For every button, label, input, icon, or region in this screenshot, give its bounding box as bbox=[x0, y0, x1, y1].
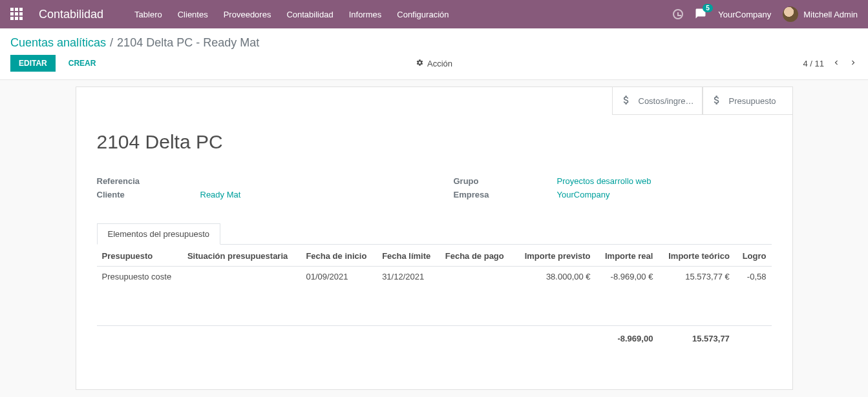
footer-real: -8.969,00 bbox=[596, 325, 659, 351]
fields-col-right: Grupo Proyectos desarrollo web Empresa Y… bbox=[454, 176, 772, 203]
stat-buttons: Costos/ingre… Presupuesto bbox=[612, 87, 793, 115]
content-scroll[interactable]: Costos/ingre… Presupuesto 2104 Delta PC … bbox=[0, 80, 868, 394]
field-label-company: Empresa bbox=[454, 190, 557, 199]
stat-label-budget: Presupuesto bbox=[729, 96, 785, 106]
stat-button-costs[interactable]: Costos/ingre… bbox=[612, 87, 703, 115]
table-spacer bbox=[97, 287, 772, 325]
action-dropdown-label: Acción bbox=[427, 59, 452, 68]
cell-theoretical: 15.573,77 € bbox=[658, 267, 734, 287]
stat-label-costs: Costos/ingre… bbox=[639, 96, 694, 106]
cell-paid bbox=[440, 267, 514, 287]
fields-row: Referencia Cliente Ready Mat Grupo Proye… bbox=[97, 176, 772, 203]
nav-items: Tablero Clientes Proveedores Contabilida… bbox=[134, 10, 449, 19]
cell-budget: Presupuesto coste bbox=[97, 267, 182, 287]
budget-table: Presupuesto Situación presupuestaria Fec… bbox=[97, 245, 772, 351]
cell-real: -8.969,00 € bbox=[596, 267, 659, 287]
actions-row: Editar Crear Acción 4 / 11 bbox=[0, 52, 868, 79]
cell-end: 31/12/2021 bbox=[377, 267, 440, 287]
user-menu[interactable]: Mitchell Admin bbox=[783, 6, 858, 22]
th-real[interactable]: Importe real bbox=[596, 245, 659, 267]
record-title: 2104 Delta PC bbox=[97, 131, 772, 153]
field-label-customer: Cliente bbox=[97, 190, 200, 199]
pager-prev[interactable] bbox=[832, 58, 841, 69]
footer-theoretical: 15.573,77 bbox=[658, 325, 734, 351]
th-theoretical[interactable]: Importe teórico bbox=[658, 245, 734, 267]
nav-item-configuracion[interactable]: Configuración bbox=[397, 10, 449, 19]
field-value-customer[interactable]: Ready Mat bbox=[200, 190, 241, 199]
dollar-icon bbox=[620, 94, 632, 108]
breadcrumb-current: 2104 Delta PC - Ready Mat bbox=[117, 36, 259, 50]
field-company: Empresa YourCompany bbox=[454, 190, 772, 199]
th-situation[interactable]: Situación presupuestaria bbox=[182, 245, 301, 267]
action-dropdown[interactable]: Acción bbox=[416, 59, 452, 68]
breadcrumb: Cuentas analíticas / 2104 Delta PC - Rea… bbox=[0, 28, 868, 52]
cell-situation bbox=[182, 267, 301, 287]
nav-right: 5 YourCompany Mitchell Admin bbox=[673, 6, 858, 22]
field-reference: Referencia bbox=[97, 176, 415, 186]
field-value-company[interactable]: YourCompany bbox=[557, 190, 610, 199]
control-bar: Cuentas analíticas / 2104 Delta PC - Rea… bbox=[0, 28, 868, 80]
breadcrumb-root[interactable]: Cuentas analíticas bbox=[10, 36, 106, 50]
th-paid[interactable]: Fecha de pago bbox=[440, 245, 514, 267]
gear-icon bbox=[416, 59, 423, 68]
pager-text[interactable]: 4 / 11 bbox=[803, 59, 824, 68]
user-name: Mitchell Admin bbox=[803, 10, 858, 19]
table-row[interactable]: Presupuesto coste 01/09/2021 31/12/2021 … bbox=[97, 267, 772, 287]
th-planned[interactable]: Importe previsto bbox=[514, 245, 595, 267]
nav-item-informes[interactable]: Informes bbox=[349, 10, 382, 19]
field-label-reference: Referencia bbox=[97, 176, 200, 186]
app-brand[interactable]: Contabilidad bbox=[39, 8, 103, 21]
th-end[interactable]: Fecha límite bbox=[377, 245, 440, 267]
navbar: Contabilidad Tablero Clientes Proveedore… bbox=[0, 0, 868, 28]
pager-next[interactable] bbox=[849, 58, 858, 69]
nav-item-clientes[interactable]: Clientes bbox=[178, 10, 208, 19]
breadcrumb-separator: / bbox=[110, 36, 113, 50]
table-header-row: Presupuesto Situación presupuestaria Fec… bbox=[97, 245, 772, 267]
table-footer-row: -8.969,00 15.573,77 bbox=[97, 325, 772, 351]
tab-budget-items[interactable]: Elementos del presupuesto bbox=[97, 223, 221, 245]
create-button[interactable]: Crear bbox=[61, 56, 104, 71]
pager: 4 / 11 bbox=[803, 58, 858, 69]
messaging-button[interactable]: 5 bbox=[695, 8, 706, 21]
nav-item-contabilidad[interactable]: Contabilidad bbox=[286, 10, 333, 19]
activity-icon[interactable] bbox=[673, 9, 683, 19]
field-customer: Cliente Ready Mat bbox=[97, 190, 415, 199]
stat-button-budget[interactable]: Presupuesto bbox=[703, 87, 793, 115]
dollar-icon bbox=[711, 94, 723, 108]
cell-achieve: -0,58 bbox=[735, 267, 772, 287]
apps-icon[interactable] bbox=[10, 8, 23, 21]
field-group: Grupo Proyectos desarrollo web bbox=[454, 176, 772, 186]
cell-start: 01/09/2021 bbox=[301, 267, 377, 287]
sheet-body: 2104 Delta PC Referencia Cliente Ready M… bbox=[76, 87, 792, 367]
th-achieve[interactable]: Logro bbox=[735, 245, 772, 267]
field-label-group: Grupo bbox=[454, 176, 557, 186]
fields-col-left: Referencia Cliente Ready Mat bbox=[97, 176, 415, 203]
th-start[interactable]: Fecha de inicio bbox=[301, 245, 377, 267]
tabs: Elementos del presupuesto bbox=[97, 223, 772, 245]
avatar bbox=[783, 6, 798, 22]
edit-button[interactable]: Editar bbox=[10, 55, 56, 72]
messaging-badge: 5 bbox=[703, 4, 713, 12]
form-sheet: Costos/ingre… Presupuesto 2104 Delta PC … bbox=[76, 87, 793, 390]
cell-planned: 38.000,00 € bbox=[514, 267, 595, 287]
nav-item-tablero[interactable]: Tablero bbox=[134, 10, 162, 19]
th-budget[interactable]: Presupuesto bbox=[97, 245, 182, 267]
nav-item-proveedores[interactable]: Proveedores bbox=[224, 10, 271, 19]
field-value-group[interactable]: Proyectos desarrollo web bbox=[557, 176, 651, 186]
company-switcher[interactable]: YourCompany bbox=[718, 10, 771, 19]
